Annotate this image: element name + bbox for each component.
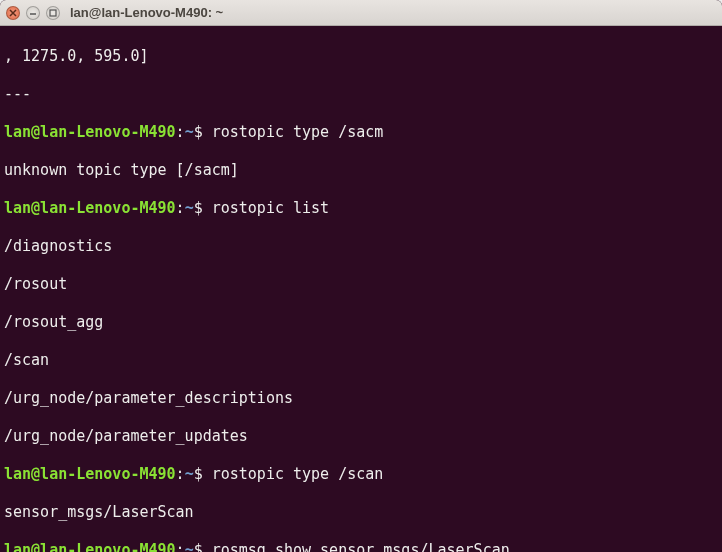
prompt-line: lan@lan-Lenovo-M490:~$ rostopic type /sa…	[4, 123, 718, 142]
output-line: /scan	[4, 351, 718, 370]
prompt-dollar: $	[194, 541, 203, 552]
prompt-dollar: $	[194, 199, 203, 217]
command-text: rostopic type /scan	[212, 465, 384, 483]
window-title: lan@lan-Lenovo-M490: ~	[70, 5, 223, 20]
prompt-userhost: lan@lan-Lenovo-M490	[4, 199, 176, 217]
prompt-line: lan@lan-Lenovo-M490:~$ rostopic type /sc…	[4, 465, 718, 484]
output-line: /rosout	[4, 275, 718, 294]
prompt-line: lan@lan-Lenovo-M490:~$ rosmsg show senso…	[4, 541, 718, 552]
prompt-path: ~	[185, 465, 194, 483]
prompt-userhost: lan@lan-Lenovo-M490	[4, 465, 176, 483]
output-line: ---	[4, 85, 718, 104]
output-line: unknown topic type [/sacm]	[4, 161, 718, 180]
prompt-sep: :	[176, 199, 185, 217]
minimize-icon[interactable]	[26, 6, 40, 20]
terminal-body[interactable]: , 1275.0, 595.0] --- lan@lan-Lenovo-M490…	[0, 26, 722, 552]
prompt-sep: :	[176, 465, 185, 483]
command-text: rostopic list	[212, 199, 329, 217]
svg-rect-0	[50, 10, 56, 16]
output-line: sensor_msgs/LaserScan	[4, 503, 718, 522]
prompt-dollar: $	[194, 465, 203, 483]
output-line: , 1275.0, 595.0]	[4, 47, 718, 66]
prompt-path: ~	[185, 541, 194, 552]
window-controls	[6, 6, 60, 20]
prompt-path: ~	[185, 123, 194, 141]
prompt-sep: :	[176, 123, 185, 141]
output-line: /urg_node/parameter_updates	[4, 427, 718, 446]
titlebar[interactable]: lan@lan-Lenovo-M490: ~	[0, 0, 722, 26]
prompt-userhost: lan@lan-Lenovo-M490	[4, 123, 176, 141]
prompt-path: ~	[185, 199, 194, 217]
output-line: /urg_node/parameter_descriptions	[4, 389, 718, 408]
command-text: rosmsg show sensor_msgs/LaserScan	[212, 541, 510, 552]
prompt-sep: :	[176, 541, 185, 552]
prompt-line: lan@lan-Lenovo-M490:~$ rostopic list	[4, 199, 718, 218]
close-icon[interactable]	[6, 6, 20, 20]
output-line: /rosout_agg	[4, 313, 718, 332]
output-line: /diagnostics	[4, 237, 718, 256]
command-text: rostopic type /sacm	[212, 123, 384, 141]
prompt-userhost: lan@lan-Lenovo-M490	[4, 541, 176, 552]
prompt-dollar: $	[194, 123, 203, 141]
terminal-window: lan@lan-Lenovo-M490: ~ , 1275.0, 595.0] …	[0, 0, 722, 552]
maximize-icon[interactable]	[46, 6, 60, 20]
